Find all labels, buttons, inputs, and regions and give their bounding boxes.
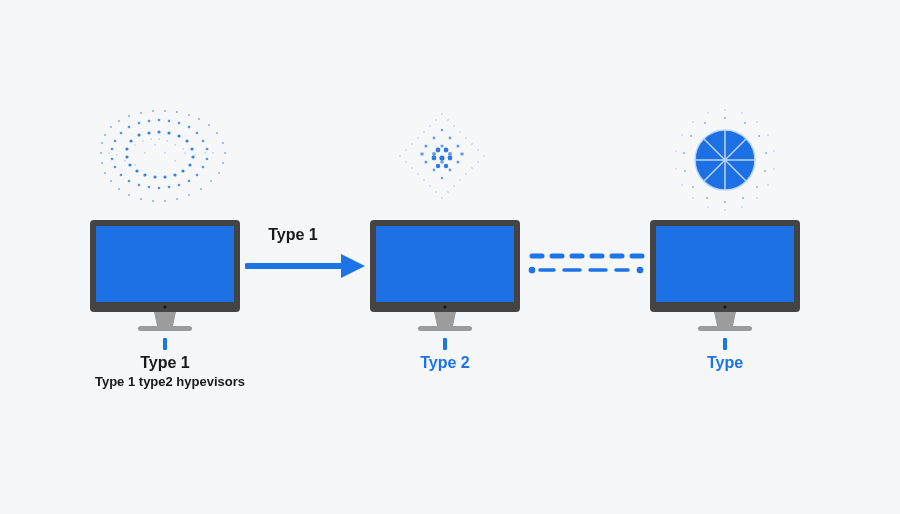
svg-point-120 bbox=[447, 191, 449, 193]
svg-point-3 bbox=[128, 115, 130, 117]
svg-point-55 bbox=[111, 148, 114, 151]
svg-point-44 bbox=[196, 174, 199, 177]
svg-point-176 bbox=[704, 122, 706, 124]
svg-point-173 bbox=[684, 170, 686, 172]
svg-point-7 bbox=[176, 111, 178, 113]
svg-point-112 bbox=[471, 167, 473, 169]
svg-point-6 bbox=[164, 110, 166, 112]
svg-point-132 bbox=[424, 160, 427, 163]
svg-rect-190 bbox=[418, 326, 472, 331]
svg-point-51 bbox=[128, 180, 131, 183]
svg-point-9 bbox=[198, 118, 200, 120]
svg-point-117 bbox=[429, 185, 431, 187]
svg-point-145 bbox=[724, 109, 726, 111]
svg-point-22 bbox=[140, 198, 142, 200]
svg-point-135 bbox=[433, 169, 436, 172]
svg-point-124 bbox=[449, 137, 452, 140]
svg-point-5 bbox=[152, 110, 154, 112]
svg-point-134 bbox=[456, 160, 459, 163]
svg-point-156 bbox=[692, 197, 694, 199]
svg-point-59 bbox=[147, 131, 150, 134]
svg-point-12 bbox=[222, 142, 224, 144]
svg-point-26 bbox=[104, 172, 106, 174]
svg-point-128 bbox=[420, 152, 424, 156]
svg-point-170 bbox=[724, 201, 726, 203]
svg-point-136 bbox=[449, 169, 452, 172]
svg-rect-184 bbox=[96, 226, 234, 302]
svg-point-150 bbox=[773, 168, 775, 170]
svg-point-84 bbox=[194, 154, 196, 156]
svg-point-83 bbox=[184, 152, 186, 154]
svg-point-31 bbox=[120, 132, 123, 135]
svg-point-11 bbox=[216, 132, 218, 134]
svg-point-163 bbox=[724, 117, 726, 119]
svg-point-109 bbox=[405, 161, 407, 163]
svg-point-21 bbox=[152, 200, 154, 202]
svg-point-203 bbox=[530, 268, 533, 271]
svg-point-97 bbox=[429, 125, 431, 127]
svg-point-116 bbox=[459, 179, 461, 181]
caption-tick-2 bbox=[443, 338, 447, 350]
svg-point-106 bbox=[477, 149, 479, 151]
svg-point-94 bbox=[441, 113, 443, 115]
svg-rect-183 bbox=[90, 220, 240, 312]
caption-type2: Type 2 bbox=[395, 354, 495, 372]
svg-point-182 bbox=[695, 130, 755, 190]
svg-point-208 bbox=[638, 268, 641, 271]
svg-point-126 bbox=[440, 144, 443, 147]
svg-point-8 bbox=[188, 114, 190, 116]
svg-point-27 bbox=[101, 162, 103, 164]
svg-point-30 bbox=[114, 140, 117, 143]
svg-point-69 bbox=[163, 175, 166, 178]
svg-point-161 bbox=[692, 121, 694, 123]
svg-point-60 bbox=[157, 130, 160, 133]
svg-point-45 bbox=[188, 180, 191, 183]
svg-point-78 bbox=[134, 164, 136, 166]
svg-point-4 bbox=[140, 112, 142, 114]
svg-point-123 bbox=[433, 137, 436, 140]
svg-rect-187 bbox=[370, 220, 520, 312]
svg-point-141 bbox=[439, 155, 444, 160]
svg-point-121 bbox=[441, 197, 443, 199]
svg-rect-194 bbox=[698, 326, 752, 331]
svg-point-146 bbox=[741, 112, 743, 114]
svg-point-165 bbox=[758, 135, 760, 137]
arrow-type1 bbox=[245, 252, 365, 280]
svg-point-66 bbox=[188, 163, 191, 166]
svg-point-72 bbox=[135, 169, 138, 172]
svg-point-0 bbox=[104, 134, 106, 136]
svg-point-41 bbox=[206, 148, 209, 151]
svg-point-50 bbox=[138, 184, 141, 187]
svg-point-101 bbox=[417, 137, 419, 139]
svg-point-63 bbox=[185, 139, 188, 142]
svg-point-56 bbox=[125, 147, 128, 150]
svg-point-15 bbox=[218, 172, 220, 174]
svg-point-162 bbox=[707, 112, 709, 114]
svg-point-100 bbox=[459, 131, 461, 133]
svg-point-90 bbox=[158, 138, 160, 140]
svg-point-28 bbox=[100, 152, 102, 154]
svg-point-147 bbox=[756, 121, 758, 123]
svg-point-92 bbox=[174, 144, 176, 146]
svg-point-160 bbox=[681, 134, 683, 136]
svg-point-151 bbox=[767, 184, 769, 186]
svg-point-98 bbox=[453, 125, 455, 127]
svg-point-127 bbox=[456, 144, 459, 147]
caption-type: Type bbox=[680, 354, 770, 372]
svg-point-115 bbox=[423, 179, 425, 181]
svg-point-1 bbox=[110, 126, 112, 128]
svg-point-125 bbox=[424, 144, 427, 147]
subcaption-type1: Type 1 type2 hypevisors bbox=[70, 374, 270, 389]
svg-point-140 bbox=[432, 156, 437, 161]
svg-point-142 bbox=[448, 156, 453, 161]
svg-point-38 bbox=[188, 126, 191, 129]
svg-point-137 bbox=[441, 177, 443, 179]
svg-point-57 bbox=[129, 139, 132, 142]
svg-point-157 bbox=[681, 184, 683, 186]
svg-point-49 bbox=[148, 186, 151, 189]
svg-point-61 bbox=[167, 131, 170, 134]
svg-point-95 bbox=[435, 119, 437, 121]
svg-point-144 bbox=[444, 164, 448, 168]
svg-point-158 bbox=[675, 168, 677, 170]
svg-point-102 bbox=[465, 137, 467, 139]
